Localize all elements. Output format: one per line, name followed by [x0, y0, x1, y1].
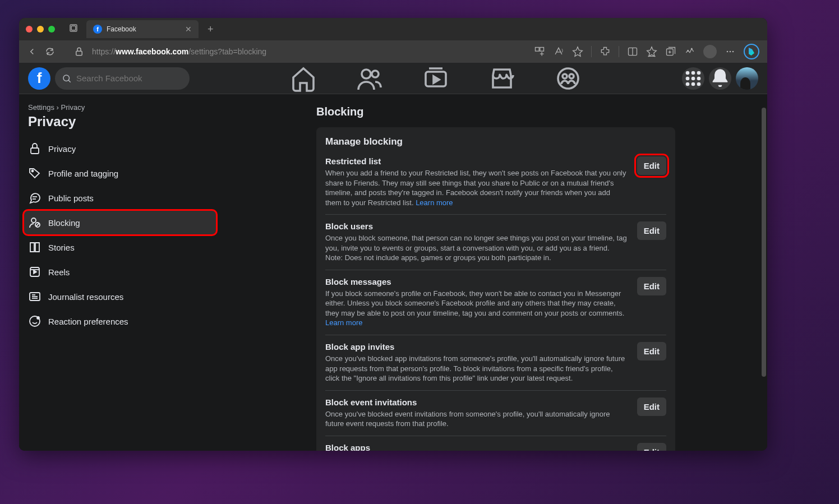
more-menu-icon[interactable] [725, 46, 736, 57]
blocking-card: Manage blocking Restricted listWhen you … [316, 127, 675, 451]
header-nav [194, 65, 677, 92]
toolbar-icons [534, 44, 759, 59]
sidebar-item-privacy[interactable]: Privacy [24, 136, 216, 161]
svg-point-11 [727, 51, 729, 53]
edit-button[interactable]: Edit [637, 443, 666, 451]
title-bar: f Facebook ✕ + [19, 18, 767, 40]
search-icon [62, 67, 72, 90]
site-info-lock-icon[interactable] [74, 47, 84, 57]
menu-grid-button[interactable] [682, 67, 704, 90]
tab-overview-button[interactable] [68, 23, 79, 35]
sidebar-item-reels[interactable]: Reels [24, 260, 216, 284]
profile-avatar-icon[interactable] [703, 45, 717, 58]
edit-button[interactable]: Edit [637, 221, 666, 240]
notifications-button[interactable] [709, 67, 731, 90]
svg-point-27 [692, 76, 695, 80]
sidebar-item-reaction-preferences[interactable]: Reaction preferences [24, 309, 216, 334]
nav-home[interactable] [273, 65, 334, 92]
section-desc: If you block someone's profile on Facebo… [325, 289, 628, 328]
section-block-app-invites: Block app invitesOnce you've blocked app… [325, 335, 666, 390]
sidebar-item-label: Blocking [48, 218, 80, 228]
learn-more-link[interactable]: Learn more [416, 198, 453, 207]
nav-marketplace[interactable] [471, 65, 533, 92]
minimize-window-button[interactable] [37, 26, 44, 33]
svg-line-38 [36, 223, 39, 226]
main-content: Blocking Manage blocking Restricted list… [221, 94, 767, 451]
scrollbar-thumb[interactable] [762, 108, 766, 377]
search-input[interactable] [76, 73, 183, 83]
svg-point-13 [732, 51, 734, 53]
section-block-users: Block usersOnce you block someone, that … [325, 214, 666, 270]
nav-groups[interactable] [537, 65, 599, 92]
sidebar-item-journalist-resources[interactable]: Journalist resources [24, 284, 216, 309]
sidebar-item-profile-and-tagging[interactable]: Profile and tagging [24, 161, 216, 186]
performance-icon[interactable] [684, 46, 695, 57]
maximize-window-button[interactable] [48, 26, 55, 33]
sidebar-item-blocking[interactable]: Blocking [24, 210, 216, 235]
back-button[interactable] [27, 47, 37, 57]
edit-button[interactable]: Edit [637, 397, 666, 416]
extensions-icon[interactable] [600, 46, 611, 57]
svg-point-12 [730, 51, 731, 53]
reel-icon [28, 265, 42, 279]
sidebar-item-stories[interactable]: Stories [24, 235, 216, 260]
split-screen-icon[interactable] [627, 46, 638, 57]
sidebar-item-label: Reaction preferences [48, 317, 128, 326]
svg-point-9 [688, 50, 689, 52]
lock-icon [28, 142, 42, 155]
collections-icon[interactable] [665, 46, 676, 57]
nav-friends[interactable] [339, 65, 400, 92]
page-content: f Settings › [19, 63, 767, 451]
favorites-icon[interactable] [646, 46, 657, 57]
sidebar-item-label: Stories [48, 243, 75, 252]
nav-watch[interactable] [405, 65, 467, 92]
edit-button[interactable]: Edit [637, 342, 666, 360]
facebook-favicon-icon: f [93, 25, 102, 34]
sidebar-item-public-posts[interactable]: Public posts [24, 186, 216, 210]
section-desc: When you add a friend to your Restricted… [325, 168, 628, 207]
section-block-apps: Block appsEdit [325, 436, 666, 451]
read-aloud-icon[interactable] [553, 46, 564, 57]
comment-icon [28, 191, 42, 205]
scrollbar[interactable] [762, 108, 766, 448]
learn-more-link[interactable]: Learn more [325, 318, 362, 327]
edit-button[interactable]: Edit [637, 156, 666, 175]
favorite-star-icon[interactable] [572, 46, 583, 57]
page-body: Settings › Privacy Privacy PrivacyProfil… [19, 94, 767, 451]
sidebar-item-label: Reels [48, 267, 70, 277]
user-block-icon [28, 216, 42, 229]
card-title: Manage blocking [325, 136, 666, 147]
sidebar-item-label: Profile and tagging [48, 169, 118, 178]
app-install-icon[interactable] [534, 46, 545, 57]
search-box[interactable] [55, 67, 190, 90]
svg-point-21 [563, 74, 567, 78]
svg-point-26 [686, 76, 690, 80]
svg-point-20 [558, 68, 578, 89]
svg-point-24 [692, 71, 695, 75]
bing-chat-button[interactable] [744, 44, 759, 59]
toolbar-divider [619, 46, 619, 57]
section-desc: Once you've blocked app invitations from… [325, 354, 628, 383]
traffic-lights [26, 26, 55, 33]
svg-point-33 [32, 170, 34, 172]
facebook-logo[interactable]: f [28, 67, 50, 90]
breadcrumb-settings-link[interactable]: Settings [28, 103, 54, 112]
close-window-button[interactable] [26, 26, 33, 33]
svg-point-36 [31, 218, 36, 223]
account-button[interactable] [736, 67, 758, 90]
new-tab-button[interactable]: + [208, 24, 214, 35]
url-field[interactable]: https://www.facebook.com/settings?tab=bl… [92, 47, 526, 56]
section-title: Block event invitations [325, 397, 628, 407]
refresh-button[interactable] [45, 47, 55, 57]
browser-tab[interactable]: f Facebook ✕ [86, 20, 199, 38]
section-desc: Once you've blocked event invitations fr… [325, 409, 628, 429]
svg-point-22 [569, 74, 574, 78]
svg-rect-2 [76, 51, 82, 56]
toolbar-divider [591, 46, 592, 57]
svg-point-14 [63, 75, 70, 81]
close-tab-button[interactable]: ✕ [185, 25, 192, 34]
section-title: Block users [325, 221, 628, 231]
edit-button[interactable]: Edit [637, 277, 666, 295]
svg-rect-1 [71, 26, 76, 30]
svg-point-16 [362, 70, 371, 78]
